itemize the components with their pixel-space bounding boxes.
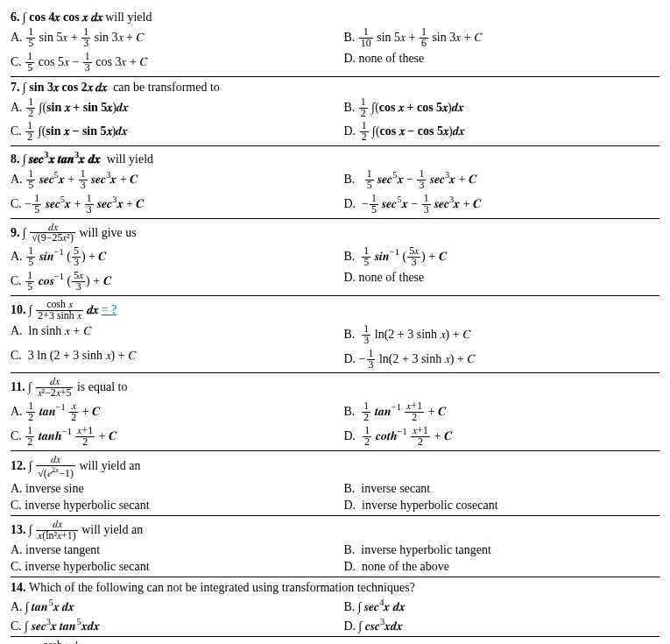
options-grid: A. ln sinh 𝑥 + 𝐶B. 13 ln(2 + 3 sinh 𝑥) +… — [11, 323, 659, 372]
option: D. none of these — [344, 51, 660, 74]
option: D. inverse hyperbolic cosecant — [344, 498, 660, 513]
option: A. 15 𝒔𝒆𝒄5𝒙 + 13 𝒔𝒆𝒄3𝒙 + 𝑪 — [11, 168, 327, 192]
option: B. 13 ln(2 + 3 sinh 𝑥) + 𝐶 — [344, 323, 660, 347]
option: C. 15 𝒄𝒐𝒔−1 (5𝑥3) + 𝑪 — [11, 270, 327, 294]
question-stem: 11. ∫ 𝑑𝑥𝑥²−2𝑥+5 is equal to — [11, 375, 659, 400]
question-stem: 15. ∫ cosh 𝑥 𝑑𝑥√(sinh²𝑥−1) will yield an — [11, 639, 659, 644]
option: A. inverse tangent — [11, 542, 327, 558]
option: C. 3 ln (2 + 3 sinh 𝑥) + 𝐶 — [11, 348, 327, 372]
option: B. inverse secant — [344, 481, 660, 497]
option: D. −15 𝒔𝒆𝒄5𝒙 − 13 𝒔𝒆𝒄3𝒙 + 𝑪 — [344, 193, 660, 216]
option: D. none of these — [344, 270, 660, 294]
question-7: 7. ∫ sin 3𝑥 cos 2𝑥 𝑑𝑥 can be transformed… — [11, 76, 659, 146]
option: B. 12 𝒕𝒂𝒏−1 𝑥+12 + 𝑪 — [344, 400, 660, 424]
question-9: 9. ∫ 𝑑𝑥√(9−25𝑥²) will give usA. 15 𝒔𝒊𝒏−1… — [11, 218, 659, 295]
option: A. 12 𝒕𝒂𝒏−1 𝑥2 + 𝑪 — [11, 400, 327, 424]
question-stem: 14. Which of the following can not be in… — [11, 579, 659, 597]
options-grid: A. 15 sin 5𝑥 + 13 sin 3𝑥 + 𝐶B. 110 sin 5… — [11, 26, 659, 74]
option: C. 12 𝒕𝒂𝒏𝒉−1 𝑥+12 + 𝑪 — [11, 425, 327, 449]
question-15: 15. ∫ cosh 𝑥 𝑑𝑥√(sinh²𝑥−1) will yield an… — [11, 636, 659, 644]
question-10: 10. ∫ cosh 𝑥2+3 sinh 𝑥 𝑑𝑥 = ?A. ln sinh … — [11, 295, 659, 372]
question-stem: 7. ∫ sin 3𝑥 cos 2𝑥 𝑑𝑥 can be transformed… — [11, 79, 659, 96]
option: A. 12 ∫(sin 𝑥 + sin 5𝑥)𝒅𝒙 — [11, 96, 327, 120]
question-12: 12. ∫ 𝑑𝑥√(𝑒2𝑥−1) will yield anA. inverse… — [11, 450, 659, 515]
question-8: 8. ∫ 𝒔𝒆𝒄3𝒙 𝒕𝒂𝒏3𝒙 𝒅𝒙 will yieldA. 15 𝒔𝒆𝒄5… — [11, 145, 659, 217]
option: D. 12 ∫(cos 𝑥 − cos 5𝑥)𝒅𝒙 — [344, 120, 660, 144]
question-11: 11. ∫ 𝑑𝑥𝑥²−2𝑥+5 is equal toA. 12 𝒕𝒂𝒏−1 𝑥… — [11, 372, 659, 449]
option: A. ln sinh 𝑥 + 𝐶 — [11, 323, 327, 347]
option: D. −13 ln(2 + 3 sinh 𝑥) + 𝐶 — [344, 348, 660, 372]
option: B. 110 sin 5𝑥 + 16 sin 3𝑥 + 𝐶 — [344, 26, 660, 50]
question-stem: 9. ∫ 𝑑𝑥√(9−25𝑥²) will give us — [11, 221, 659, 246]
option: A. ∫ 𝒕𝒂𝒏5𝒙 𝒅𝒙 — [11, 597, 327, 615]
question-stem: 13. ∫ 𝑑𝑥𝑥(ln²𝑥+1) will yield an — [11, 518, 659, 543]
options-grid: A. 15 𝒔𝒆𝒄5𝒙 + 13 𝒔𝒆𝒄3𝒙 + 𝑪B. 15 𝒔𝒆𝒄5𝒙 − … — [11, 168, 659, 216]
question-stem: 10. ∫ cosh 𝑥2+3 sinh 𝑥 𝑑𝑥 = ? — [11, 298, 659, 323]
option: C. ∫ 𝒔𝒆𝒄3𝒙 𝒕𝒂𝒏5𝒙𝒅𝒙 — [11, 616, 327, 634]
options-grid: A. 12 𝒕𝒂𝒏−1 𝑥2 + 𝑪B. 12 𝒕𝒂𝒏−1 𝑥+12 + 𝑪C.… — [11, 400, 659, 449]
question-stem: 12. ∫ 𝑑𝑥√(𝑒2𝑥−1) will yield an — [11, 453, 659, 481]
option: C. 15 cos 5𝑥 − 13 cos 3𝑥 + 𝐶 — [11, 51, 327, 74]
options-grid: A. 12 ∫(sin 𝑥 + sin 5𝑥)𝒅𝒙B. 12 ∫(cos 𝑥 +… — [11, 96, 659, 145]
question-14: 14. Which of the following can not be in… — [11, 577, 659, 635]
option: C. 12 ∫(sin 𝑥 − sin 5𝑥)𝒅𝒙 — [11, 120, 327, 144]
options-grid: A. inverse sineB. inverse secantC. inver… — [11, 481, 659, 513]
option: B. 15 𝒔𝒆𝒄5𝒙 − 13 𝒔𝒆𝒄3𝒙 + 𝑪 — [344, 168, 660, 192]
option: C. inverse hyperbolic secant — [11, 559, 327, 575]
question-stem: 8. ∫ 𝒔𝒆𝒄3𝒙 𝒕𝒂𝒏3𝒙 𝒅𝒙 will yield — [11, 148, 659, 168]
options-grid: A. 15 𝒔𝒊𝒏−1 (53) + 𝑪B. 15 𝒔𝒊𝒏−1 (5𝑥3) + … — [11, 245, 659, 294]
option: D. none of the above — [344, 559, 660, 575]
question-stem: 6. ∫ cos 4𝑥 cos 𝑥 𝑑𝑥 will yield — [11, 9, 659, 26]
option: A. 15 𝒔𝒊𝒏−1 (53) + 𝑪 — [11, 245, 327, 269]
option: B. inverse hyperbolic tangent — [344, 542, 660, 558]
question-6: 6. ∫ cos 4𝑥 cos 𝑥 𝑑𝑥 will yieldA. 15 sin… — [11, 7, 659, 76]
option: B. ∫ 𝒔𝒆𝒄4𝒙 𝒅𝒙 — [344, 597, 660, 615]
option: A. inverse sine — [11, 481, 327, 497]
option: D. ∫ 𝒄𝒔𝒄3𝒙𝒅𝒙 — [344, 616, 660, 634]
option: C. inverse hyperbolic secant — [11, 498, 327, 513]
option: D. 12 𝒄𝒐𝒕𝒉−1 𝑥+12 + 𝑪 — [344, 425, 660, 449]
question-13: 13. ∫ 𝑑𝑥𝑥(ln²𝑥+1) will yield anA. invers… — [11, 515, 659, 577]
options-grid: A. ∫ 𝒕𝒂𝒏5𝒙 𝒅𝒙B. ∫ 𝒔𝒆𝒄4𝒙 𝒅𝒙C. ∫ 𝒔𝒆𝒄3𝒙 𝒕𝒂𝒏… — [11, 597, 659, 633]
option: B. 15 𝒔𝒊𝒏−1 (5𝑥3) + 𝑪 — [344, 245, 660, 269]
option: A. 15 sin 5𝑥 + 13 sin 3𝑥 + 𝐶 — [11, 26, 327, 50]
options-grid: A. inverse tangentB. inverse hyperbolic … — [11, 542, 659, 575]
option: C. −15 𝒔𝒆𝒄5𝒙 + 13 𝒔𝒆𝒄3𝒙 + 𝑪 — [11, 193, 327, 216]
option: B. 12 ∫(cos 𝑥 + cos 5𝑥)𝒅𝒙 — [344, 96, 660, 120]
